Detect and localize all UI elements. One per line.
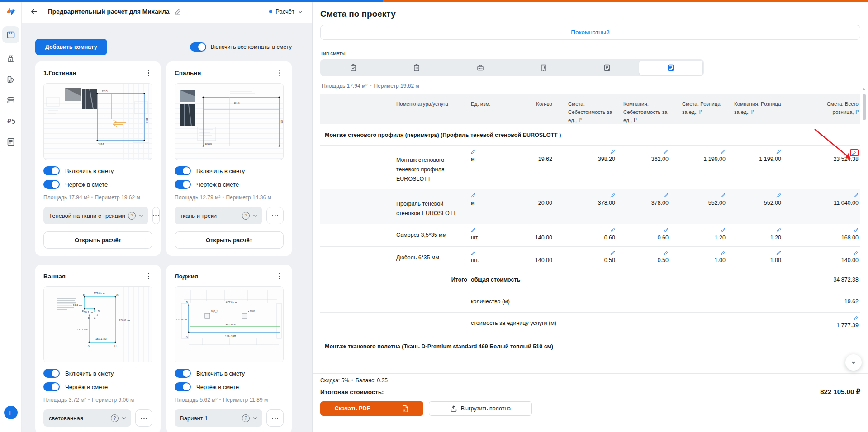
room-metrics: Площадь 5.62 м²•Периметр 11.89 м [175,397,284,403]
tab-clipboard-list[interactable] [385,61,448,75]
room-metrics: Площадь 17.94 м²•Периметр 19.62 м [43,194,152,201]
variant-select[interactable]: ткань и треки ? [175,207,262,224]
edit-icon-highlighted[interactable] [850,149,859,156]
download-pdf-button[interactable]: Скачать PDF ₽ [320,401,423,416]
room-menu-button[interactable] [144,272,152,280]
svg-text:461.9 см: 461.9 см [226,323,236,326]
estimate-scroll-area[interactable]: Площадь 17.94 м²•Периметр 19.62 м Номенк… [313,76,868,373]
mode-select[interactable]: Расчёт [261,4,312,20]
tab-estimate-detailed[interactable] [639,61,702,75]
toggle-label: Чертёж в смете [65,181,108,188]
add-room-button[interactable]: Добавить комнату [35,39,107,55]
sidebar-item-materials[interactable] [5,74,16,85]
include-all-toggle[interactable] [190,42,206,52]
tab-receipt[interactable] [512,61,575,75]
sidebar-item-plans[interactable] [2,26,19,43]
edit-icon[interactable] [678,250,726,257]
edit-icon[interactable] [788,315,859,322]
sidebar-item-components[interactable] [5,95,16,106]
more-options-button[interactable] [152,207,160,224]
edit-title-icon[interactable] [174,8,181,15]
floor-plan-thumbnail[interactable]: 213.5 111.5 448.8 [43,83,152,160]
edit-icon[interactable] [733,250,781,257]
user-avatar[interactable]: Г [4,406,18,419]
include-estimate-toggle[interactable] [43,166,60,175]
vertical-scrollbar[interactable] [863,94,866,365]
variant-select[interactable]: Теневой на ткани с треками ? [43,207,148,224]
drawing-estimate-toggle[interactable] [175,180,191,189]
room-menu-button[interactable] [275,69,284,77]
edit-icon[interactable] [788,193,859,200]
room-menu-button[interactable] [275,272,284,280]
help-icon[interactable]: ? [111,414,119,422]
edit-icon[interactable] [471,228,522,235]
edit-icon[interactable] [788,228,859,235]
table-row[interactable]: Дюбель 6*35 мм шт. 140.00 0.50 0.50 1.00… [320,247,860,269]
item-unit: шт. [471,257,479,263]
edit-icon[interactable] [567,149,615,156]
edit-icon[interactable] [678,193,726,200]
tab-invoice[interactable] [575,61,639,75]
per-room-button[interactable]: Покомнатный [320,25,860,40]
drawing-estimate-toggle[interactable] [175,382,191,391]
drawing-estimate-toggle[interactable] [43,382,60,391]
edit-icon[interactable] [678,228,726,235]
edit-icon[interactable] [733,193,781,200]
edit-icon[interactable] [733,228,781,235]
svg-text:448.8: 448.8 [98,142,104,145]
help-icon[interactable]: ? [242,212,250,220]
edit-icon[interactable] [678,149,726,156]
collapse-section-button[interactable] [845,354,862,371]
edit-icon[interactable] [471,193,522,200]
help-icon[interactable]: ? [128,212,136,220]
tab-clipboard-check[interactable] [322,61,385,75]
sidebar-item-documents[interactable] [5,136,16,147]
edit-icon[interactable] [567,193,615,200]
room-menu-button[interactable] [144,69,152,77]
floor-plan-thumbnail[interactable]: 304.6 505 см 228 [175,83,284,160]
open-calc-button[interactable]: Открыть расчёт [175,231,284,249]
more-options-button[interactable] [135,409,152,427]
table-row[interactable]: Монтаж стенового теневого профиля EUROSL… [320,146,860,189]
include-estimate-toggle[interactable] [175,369,191,378]
app-logo-icon[interactable] [6,6,16,16]
item-qty: 140.00 [522,247,567,269]
floor-plan-thumbnail[interactable]: 179.0 см 66.5 см 66.1 см 230.0 см 153.7 … [43,286,152,362]
edit-icon[interactable] [788,250,859,257]
table-row[interactable]: Профиль теневой стеновой EUROSLOTT м 20.… [320,189,860,224]
edit-icon[interactable] [623,228,669,235]
sidebar-item-pricing[interactable]: ₽ [5,116,16,127]
app-root: ₽ Г Предварительный расчет для Михаила [0,0,868,432]
edit-icon[interactable] [471,250,522,257]
svg-text:A: A [88,344,90,347]
edit-icon[interactable] [623,193,669,200]
edit-icon[interactable] [471,149,522,156]
more-options-button[interactable] [266,207,284,224]
room-name: Спальня [175,70,201,76]
variant-select[interactable]: светованная ? [43,409,131,427]
back-button[interactable] [26,4,43,20]
table-row[interactable]: Саморез 3,5*35 мм шт. 140.00 0.60 0.60 1… [320,224,860,247]
svg-text:+ 2,880: + 2,880 [248,310,255,313]
export-cloth-button[interactable]: Выгрузить полотна [429,401,532,416]
scrollbar-thumb[interactable] [863,94,866,120]
scroll-up-arrow[interactable] [863,88,865,90]
item-qty: 19.62 [522,146,567,189]
tab-toolbox[interactable] [449,61,512,75]
drawing-estimate-toggle[interactable] [43,180,60,189]
edit-icon[interactable] [623,250,669,257]
rooms-scroll-area[interactable]: Добавить комнату Включить все комнаты в … [22,23,312,432]
edit-icon[interactable] [567,228,615,235]
svg-text:B: B [186,301,188,304]
edit-icon[interactable] [623,149,669,156]
variant-select[interactable]: Вариант 1 ? [175,409,262,427]
help-icon[interactable]: ? [242,414,250,422]
floor-plan-thumbnail[interactable]: М (1_1) + 2,880 477.0 см 117.8 см 461.9 … [175,286,284,362]
edit-icon[interactable] [567,250,615,257]
open-calc-button[interactable]: Открыть расчёт [43,231,152,249]
sidebar-item-company[interactable] [5,53,16,64]
more-options-button[interactable] [266,409,284,427]
edit-icon[interactable] [733,149,781,156]
include-estimate-toggle[interactable] [43,369,60,378]
include-estimate-toggle[interactable] [175,166,191,175]
